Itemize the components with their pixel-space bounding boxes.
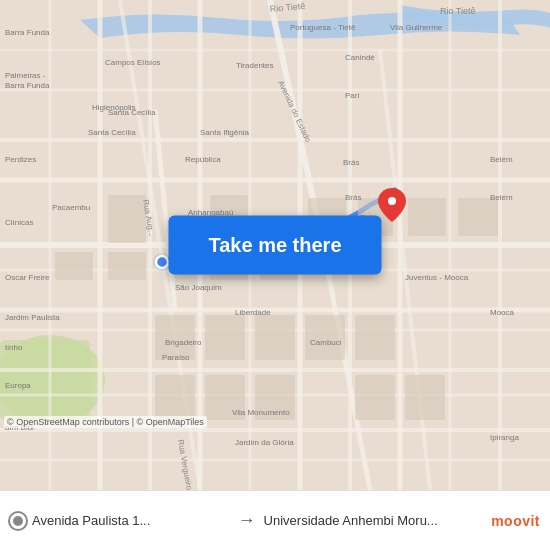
svg-text:tinho: tinho	[5, 343, 23, 352]
svg-text:Jardim da Glória: Jardim da Glória	[235, 438, 294, 447]
svg-text:República: República	[185, 155, 221, 164]
svg-point-95	[388, 197, 396, 205]
moovit-logo: moovit	[491, 513, 540, 529]
moovit-text: moovit	[491, 513, 540, 529]
svg-text:Cambuci: Cambuci	[310, 338, 342, 347]
svg-text:Oscar Freire: Oscar Freire	[5, 273, 50, 282]
svg-text:Vila Monumento: Vila Monumento	[232, 408, 290, 417]
svg-rect-49	[405, 375, 445, 420]
svg-rect-39	[458, 198, 498, 236]
svg-text:Brás: Brás	[345, 193, 361, 202]
svg-text:Barra Funda: Barra Funda	[5, 28, 50, 37]
svg-text:Palmeiras -: Palmeiras -	[5, 71, 46, 80]
origin-icon	[10, 513, 26, 529]
svg-text:Liberdade: Liberdade	[235, 308, 271, 317]
svg-rect-42	[255, 315, 295, 360]
svg-rect-2	[0, 340, 90, 420]
svg-text:Pari: Pari	[345, 91, 359, 100]
svg-text:Europa: Europa	[5, 381, 31, 390]
map-attribution: © OpenStreetMap contributors | © OpenMap…	[4, 416, 207, 428]
map-container: Rio Tietê Rio Tietê Barra Funda Palmeira…	[0, 0, 550, 490]
svg-rect-45	[155, 375, 195, 420]
svg-text:Santa Ifigênia: Santa Ifigênia	[200, 128, 249, 137]
svg-text:Portuguesa - Tietê: Portuguesa - Tietê	[290, 23, 356, 32]
svg-text:Brás: Brás	[343, 158, 359, 167]
destination-label: Universidade Anhembi Moru...	[264, 513, 438, 528]
svg-text:Jardim Paulista: Jardim Paulista	[5, 313, 60, 322]
svg-text:Barra Funda: Barra Funda	[5, 81, 50, 90]
svg-text:Mooca: Mooca	[490, 308, 515, 317]
svg-text:São Joaquim: São Joaquim	[175, 283, 222, 292]
origin-section: Avenida Paulista 1...	[10, 513, 230, 529]
svg-text:Belém: Belém	[490, 193, 513, 202]
svg-text:Canindé: Canindé	[345, 53, 375, 62]
svg-text:Pacaembu: Pacaembu	[52, 203, 90, 212]
svg-text:Brigadeiro: Brigadeiro	[165, 338, 202, 347]
svg-text:Rio Tietê: Rio Tietê	[440, 6, 476, 16]
svg-text:Vila Guilherme: Vila Guilherme	[390, 23, 443, 32]
svg-text:Santa Cecília: Santa Cecília	[88, 128, 136, 137]
svg-text:Paraíso: Paraíso	[162, 353, 190, 362]
svg-rect-48	[355, 375, 395, 420]
svg-text:Perdizes: Perdizes	[5, 155, 36, 164]
bottom-bar: Avenida Paulista 1... → Universidade Anh…	[0, 490, 550, 550]
svg-text:Clínicas: Clínicas	[5, 218, 33, 227]
svg-text:Juventus - Mooca: Juventus - Mooca	[405, 273, 469, 282]
svg-text:Santa Cecília: Santa Cecília	[108, 108, 156, 117]
svg-text:Tiradentes: Tiradentes	[236, 61, 274, 70]
button-overlay: Take me there	[168, 216, 381, 275]
svg-text:Belém: Belém	[490, 155, 513, 164]
svg-rect-41	[205, 315, 245, 360]
origin-label: Avenida Paulista 1...	[32, 513, 150, 528]
take-me-there-button[interactable]: Take me there	[168, 216, 381, 275]
svg-rect-38	[408, 198, 446, 236]
arrow-icon: →	[230, 510, 264, 531]
destination-section: Universidade Anhembi Moru...	[264, 513, 484, 528]
svg-text:Ipiranga: Ipiranga	[490, 433, 519, 442]
svg-rect-32	[55, 252, 93, 280]
svg-point-97	[156, 256, 168, 268]
svg-text:Campos Elísios: Campos Elísios	[105, 58, 161, 67]
svg-rect-44	[355, 315, 395, 360]
svg-rect-30	[108, 252, 146, 280]
svg-rect-31	[108, 195, 146, 243]
